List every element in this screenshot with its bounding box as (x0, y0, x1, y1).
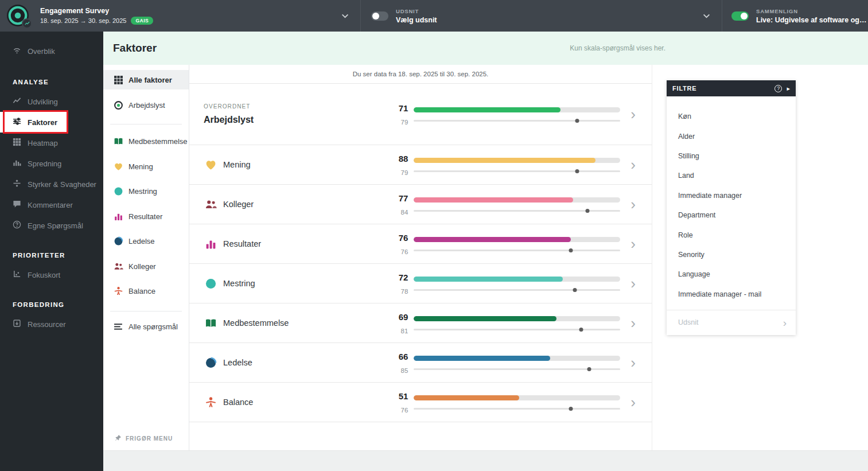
main-sidebar: Overblik ANALYSE Udvikling Faktorer Heat… (0, 32, 103, 471)
page-title: Faktorer (113, 42, 157, 55)
survey-selector[interactable]: Engagement Survey 18. sep. 2025 → 30. se… (0, 0, 360, 32)
factor-row-medbestemmelse[interactable]: Medbestemmelse 69 81 › (189, 303, 652, 343)
circle-icon (204, 277, 217, 290)
page-header: Faktorer Kun skala-spørgsmål vises her. (103, 32, 868, 65)
filter-item-department[interactable]: Department (667, 205, 796, 225)
filter-item-immediate-manager-mail[interactable]: Immediate manager - mail (667, 285, 796, 304)
heatmap-grid-icon (13, 138, 21, 148)
filter-item-land[interactable]: Land (667, 166, 796, 185)
filter-panel-title: FILTRE (672, 85, 774, 92)
chart-badge-icon (22, 18, 32, 29)
udsnit-toggle[interactable] (371, 11, 388, 21)
factor-row-mestring[interactable]: Mestring 72 78 › (189, 264, 652, 303)
sidebar-item-kommentarer[interactable]: Kommentarer (0, 194, 103, 215)
sidebar-item-heatmap[interactable]: Heatmap (0, 133, 103, 153)
list-lines-icon (113, 322, 123, 332)
app-logo (7, 5, 31, 28)
sidebar-item-udvikling[interactable]: Udvikling (0, 91, 103, 112)
submenu-item-alle-faktorer[interactable]: Alle faktorer (103, 70, 189, 89)
benchmark-dot (587, 367, 591, 371)
benchmark-value: 85 (376, 367, 408, 374)
factor-row-resultater[interactable]: Resultater 76 76 › (189, 224, 652, 264)
sidebar-item-styrker-svagheder[interactable]: Styrker & Svagheder (0, 174, 103, 194)
submenu-item-alle-sporgsmal[interactable]: Alle spørgsmål (103, 317, 189, 337)
divider (110, 311, 182, 312)
target-icon (113, 100, 123, 110)
sidebar-item-faktorer[interactable]: Faktorer (0, 112, 68, 133)
chevron-down-icon[interactable] (703, 13, 710, 18)
survey-title: Engagement Survey (40, 7, 153, 15)
udsnit-selector[interactable]: UDSNIT Vælg udsnit (360, 0, 722, 32)
sammenlign-toggle[interactable] (731, 11, 749, 21)
factor-score: 69 (376, 312, 408, 322)
survey-dates: 18. sep. 2025 → 30. sep. 2025 (40, 17, 126, 24)
submenu-item-medbestemmelse[interactable]: Medbestemmelse (103, 129, 189, 154)
divide-icon (13, 179, 21, 189)
chevron-right-icon: › (620, 107, 636, 122)
filter-item-alder[interactable]: Alder (667, 126, 796, 146)
factor-score: 51 (376, 391, 408, 401)
factor-row-kolleger[interactable]: Kolleger 77 84 › (189, 185, 652, 224)
factor-row-arbejdslyst[interactable]: OVERORDNET Arbejdslyst 71 79 › (189, 84, 652, 145)
help-icon[interactable]: ? (774, 85, 782, 92)
sidebar-item-ressourcer[interactable]: Ressourcer (0, 314, 103, 334)
sliders-icon (13, 117, 21, 127)
chevron-right-icon: › (620, 395, 636, 410)
chevron-down-icon[interactable] (341, 13, 349, 18)
filter-item-language[interactable]: Language (667, 264, 796, 284)
pin-icon (115, 434, 122, 442)
submenu-item-mening[interactable]: Mening (103, 154, 189, 180)
filter-udsnit-item[interactable]: Udsnit › (667, 310, 796, 335)
submenu-item-arbejdslyst[interactable]: Arbejdslyst (103, 95, 189, 115)
chevron-right-icon: › (620, 197, 636, 212)
score-bar (414, 237, 620, 251)
gais-badge: GAIS (131, 17, 153, 25)
filter-item-senority[interactable]: Senority (667, 245, 796, 264)
top-bar: Engagement Survey 18. sep. 2025 → 30. se… (0, 0, 868, 32)
benchmark-value: 78 (376, 288, 408, 295)
sidebar-item-fokuskort[interactable]: Fokuskort (0, 264, 103, 285)
factor-list: Du ser data fra 18. sep. 2025 til 30. se… (189, 65, 652, 450)
release-menu-button[interactable]: FRIGØR MENU (115, 434, 173, 442)
date-range-note: Du ser data fra 18. sep. 2025 til 30. se… (189, 65, 652, 84)
submenu-item-kolleger[interactable]: Kolleger (103, 254, 189, 279)
benchmark-dot (585, 209, 589, 213)
overall-label: OVERORDNET (204, 103, 376, 110)
chevron-right-icon: › (620, 355, 636, 370)
chevron-right-icon: › (620, 157, 636, 172)
sidebar-item-overblik[interactable]: Overblik (0, 41, 103, 61)
benchmark-dot (575, 119, 579, 123)
divider (110, 124, 182, 124)
sidebar-item-spredning[interactable]: Spredning (0, 153, 103, 174)
factor-row-balance[interactable]: Balance 51 76 › (189, 383, 652, 422)
factor-row-mening[interactable]: Mening 88 79 › (189, 145, 652, 185)
filter-item-kon[interactable]: Køn (667, 107, 796, 126)
chevron-right-icon: › (783, 317, 787, 328)
benchmark-value: 84 (376, 209, 408, 216)
submenu-item-mestring[interactable]: Mestring (103, 179, 189, 204)
submenu-item-balance[interactable]: Balance (103, 279, 189, 304)
filter-item-role[interactable]: Role (667, 225, 796, 244)
sidebar-item-egne-sporgsmal[interactable]: Egne Spørgsmål (0, 215, 103, 236)
factor-name: Arbejdslyst (204, 115, 376, 125)
udsnit-label: UDSNIT (396, 8, 437, 14)
filter-item-stilling[interactable]: Stilling (667, 146, 796, 166)
sidebar-section-prioriteter: PRIORITETER (0, 236, 103, 264)
submenu-item-ledelse[interactable]: Ledelse (103, 229, 189, 254)
factor-name: Resultater (223, 239, 376, 248)
benchmark-dot (573, 288, 577, 292)
sammenlign-selector[interactable]: SAMMENLIGN Live: Udgivelse af software o… (722, 0, 868, 32)
factor-score: 72 (376, 273, 408, 282)
factor-name: Mening (223, 160, 376, 169)
factor-name: Medbestemmelse (223, 318, 376, 328)
benchmark-dot (575, 169, 579, 173)
factor-name: Ledelse (223, 358, 376, 367)
filter-item-immediate-manager[interactable]: Immediate manager (667, 186, 796, 205)
score-bar (414, 316, 620, 330)
factor-row-ledelse[interactable]: Ledelse 66 85 › (189, 343, 652, 383)
factor-score: 66 (376, 352, 408, 361)
submenu-item-resultater[interactable]: Resultater (103, 204, 189, 229)
book-icon (204, 316, 217, 330)
person-icon (113, 286, 123, 297)
collapse-arrow-icon[interactable]: ▸ (787, 85, 790, 92)
